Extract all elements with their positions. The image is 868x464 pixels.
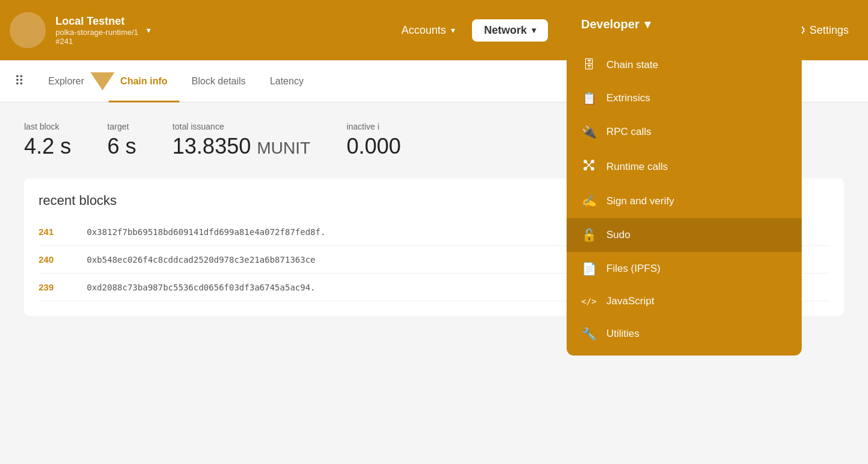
block-number-241[interactable]: 241 [39,227,87,237]
network-label: Network [484,24,527,37]
app-logo [10,12,46,48]
runtime-calls-item[interactable]: Runtime calls [567,149,802,184]
utilities-icon: 🔧 [581,327,597,341]
javascript-icon: </> [581,296,597,306]
inactive-stat: inactive i 0.000 [347,122,401,159]
total-issuance-label: total issuance [172,122,310,131]
sudo-icon: 🔓 [581,228,597,242]
block-details-tab[interactable]: Block details [180,60,258,102]
chain-state-item[interactable]: 🗄 Chain state [567,48,802,81]
sign-verify-item[interactable]: ✍ Sign and verify [567,184,802,218]
utilities-label: Utilities [606,328,640,340]
target-label: target [107,122,136,131]
developer-dropdown: Developer ▾ 🗄 Chain state 📋 Extrinsics 🔌… [567,0,802,356]
javascript-item[interactable]: </> JavaScript [567,286,802,317]
total-issuance-unit: MUNIT [257,139,310,157]
total-issuance-value: 13.8350 MUNIT [172,134,310,159]
target-value: 6 s [107,134,136,159]
inactive-value: 0.000 [347,134,401,159]
block-number-240[interactable]: 240 [39,254,87,265]
extrinsics-label: Extrinsics [606,92,650,104]
block-hash-241: 0x3812f7bb69518bd609141dfd699a81e4a072f8… [87,227,326,237]
accounts-label: Accounts [401,24,446,37]
block-number-nav: #241 [55,37,73,46]
brand-dropdown-arrow[interactable]: ▾ [146,25,151,35]
files-ipfs-item[interactable]: 📄 Files (IPFS) [567,252,802,286]
javascript-label: JavaScript [606,295,654,307]
block-hash-239: 0xd2088c73ba987bc5536cd0656f03df3a6745a5… [87,283,315,292]
last-block-value: 4.2 s [24,134,71,159]
sudo-label: Sudo [606,229,631,241]
network-name: Local Testnet [55,15,125,28]
network-menu[interactable]: Network ▾ [472,19,548,42]
total-issuance-number: 13.8350 [172,134,251,158]
explorer-tab[interactable]: Explorer [36,60,96,102]
accounts-menu[interactable]: Accounts ▾ [389,19,467,42]
extrinsics-item[interactable]: 📋 Extrinsics [567,81,802,115]
developer-menu-header[interactable]: Developer ▾ [567,0,802,48]
extrinsics-icon: 📋 [581,91,597,105]
block-details-label: Block details [192,76,246,87]
developer-label: Developer [581,17,640,31]
network-arrow-icon: ▾ [532,25,536,35]
latency-tab[interactable]: Latency [258,60,316,102]
runtime-calls-icon [581,158,597,175]
brand-info[interactable]: Local Testnet polka-storage-runtime/1 #2… [55,15,138,46]
block-number-239[interactable]: 239 [39,282,87,292]
chain-state-label: Chain state [606,59,658,71]
explorer-label: Explorer [48,76,84,87]
runtime-calls-label: Runtime calls [606,161,668,173]
chain-name: polka-storage-runtime/1 [55,28,138,37]
chain-state-icon: 🗄 [581,58,597,72]
settings-label: Settings [810,24,849,37]
total-issuance-stat: total issuance 13.8350 MUNIT [172,122,310,159]
latency-label: Latency [270,76,304,87]
sign-verify-label: Sign and verify [606,195,674,207]
block-hash-240: 0xb548ec026f4c8cddcad2520d978c3e21a6b871… [87,255,315,265]
utilities-item[interactable]: 🔧 Utilities [567,317,802,351]
sign-verify-icon: ✍ [581,194,597,208]
files-ipfs-icon: 📄 [581,262,597,276]
inactive-label: inactive i [347,122,401,131]
sudo-item[interactable]: 🔓 Sudo [567,218,802,252]
chain-info-tab[interactable]: Chain info [108,60,180,102]
rpc-calls-icon: 🔌 [581,125,597,139]
chain-info-label: Chain info [121,76,168,87]
files-ipfs-label: Files (IPFS) [606,263,661,275]
target-stat: target 6 s [107,122,136,159]
last-block-label: last block [24,122,71,131]
last-block-stat: last block 4.2 s [24,122,71,159]
grid-icon[interactable]: ⠿ [14,74,24,89]
rpc-calls-item[interactable]: 🔌 RPC calls [567,115,802,149]
developer-arrow-icon: ▾ [644,17,650,31]
accounts-arrow-icon: ▾ [451,25,455,35]
rpc-calls-label: RPC calls [606,126,652,138]
